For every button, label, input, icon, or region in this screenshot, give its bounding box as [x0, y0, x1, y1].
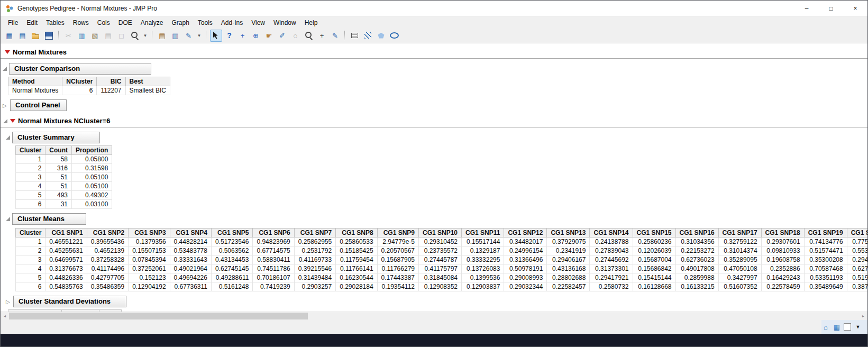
cell: 0.15687004 [633, 255, 675, 264]
cell: 1 [16, 155, 45, 164]
menu-item-doe[interactable]: DOE [114, 18, 136, 28]
cell: 0.29310452 [419, 238, 462, 246]
crosshair-tool-icon[interactable]: + [316, 30, 328, 42]
column-header: CG1 SNP4 [170, 229, 211, 238]
outline-title-normal-mixtures[interactable]: Normal Mixtures [13, 48, 67, 56]
scroll-left-button[interactable]: ◂ [1, 312, 9, 320]
menu-item-help[interactable]: Help [300, 18, 322, 28]
menu-item-view[interactable]: View [247, 18, 269, 28]
fit-statistics-table: -LogLikelihoodBICAICc16919.436112207.35. [8, 309, 122, 312]
column-header: CG1 SNP8 [336, 229, 377, 238]
menu-item-add-ins[interactable]: Add-Ins [217, 18, 247, 28]
cell: 0.32759122 [718, 238, 761, 246]
cell: 0.31439484 [294, 273, 335, 282]
cell: 0.12026039 [633, 246, 675, 255]
red-triangle-menu-icon[interactable] [5, 50, 10, 54]
disclosure-open-icon[interactable] [6, 217, 10, 221]
menu-item-window[interactable]: Window [269, 18, 300, 28]
scrollbar-thumb[interactable] [9, 313, 308, 319]
oval-tool-icon[interactable] [388, 30, 400, 42]
disclosure-closed-icon[interactable]: ▷ [6, 299, 11, 305]
lasso-tool-icon[interactable]: ◌ [289, 30, 301, 42]
journal-icon[interactable]: ▤ [156, 30, 168, 42]
menu-item-edit[interactable]: Edit [22, 18, 42, 28]
help-tool-icon[interactable]: ? [223, 30, 235, 42]
dropdown-arrow-icon[interactable]: ▼ [854, 323, 862, 331]
text-tool-icon[interactable] [349, 30, 361, 42]
disclosure-closed-icon[interactable]: ▷ [3, 103, 8, 108]
annotate-dropdown-arrow-icon[interactable]: ▾ [196, 30, 203, 42]
close-button[interactable]: × [843, 1, 867, 16]
lock-icon[interactable]: ◻ [115, 30, 127, 42]
column-header: CG1 SNP12 [504, 229, 547, 238]
paste-icon[interactable]: ▧ [89, 30, 101, 42]
column-header: Method [8, 77, 62, 86]
minimize-button[interactable]: – [794, 1, 819, 16]
scroll-to-top-icon[interactable]: ⌂ [821, 323, 830, 331]
disclosure-open-icon[interactable] [3, 67, 7, 71]
scrollbar-track[interactable] [9, 312, 859, 320]
save-icon[interactable] [43, 30, 55, 42]
cell: 0.22582457 [547, 282, 590, 291]
column-header: CG1 SNP2 [87, 229, 128, 238]
toolbar-separator [344, 31, 345, 40]
section-title-cluster-comparison[interactable]: Cluster Comparison [9, 63, 151, 75]
annotate-pencil-tool-icon[interactable]: ✎ [329, 30, 341, 42]
brush-tool-icon[interactable]: ✐ [276, 30, 288, 42]
outline-title-ncluster6[interactable]: Normal Mixtures NCluster=6 [18, 117, 110, 125]
menu-item-tools[interactable]: Tools [194, 18, 217, 28]
selection-tool-icon[interactable]: + [236, 30, 249, 42]
menu-item-cols[interactable]: Cols [93, 18, 114, 28]
polygon-tool-icon[interactable] [375, 30, 387, 42]
menu-item-rows[interactable]: Rows [69, 18, 93, 28]
disclosure-open-icon[interactable] [6, 135, 10, 140]
cell: 0.49302 [72, 191, 112, 200]
scroller-tool-icon[interactable]: ⊕ [250, 30, 262, 42]
menu-item-graph[interactable]: Graph [167, 18, 193, 28]
menu-item-analyze[interactable]: Analyze [136, 18, 168, 28]
new-journal-icon[interactable]: ▤ [16, 30, 29, 42]
menu-item-file[interactable]: File [4, 18, 22, 28]
open-icon[interactable] [30, 30, 42, 42]
annotate-dropdown-icon[interactable]: ✎ [182, 30, 195, 42]
disclosure-open-icon[interactable] [3, 119, 7, 123]
menu-item-tables[interactable]: Tables [42, 18, 69, 28]
section-title-cluster-standard-deviations[interactable]: Cluster Standard Deviations [13, 296, 126, 307]
line-tool-icon[interactable] [362, 30, 374, 42]
section-title-control-panel[interactable]: Control Panel [10, 99, 67, 111]
column-header: CG1 SNP20 [847, 229, 867, 238]
layout-icon[interactable]: ▥ [169, 30, 181, 42]
copy-icon[interactable]: ▥ [76, 30, 88, 42]
red-triangle-menu-icon[interactable] [10, 119, 15, 123]
magnifier-tool-icon[interactable] [303, 30, 315, 42]
maximize-button[interactable]: □ [819, 1, 843, 16]
cell: 0.67736311 [170, 282, 211, 291]
toolbar: ▦▤✂▥▧▤◻▾▤▥✎▾?+⊕☛✐◌+✎ [1, 28, 867, 43]
arrow-tool-icon[interactable] [210, 30, 222, 42]
cell: 4 [16, 182, 45, 191]
paste-special-icon[interactable]: ▤ [102, 30, 114, 42]
cut-icon[interactable]: ✂ [62, 30, 75, 42]
statusbar-controls: ⌂▦▼ [821, 320, 867, 334]
column-header: CG1 SNP7 [294, 229, 335, 238]
cell: 0.29307601 [761, 238, 804, 246]
window-box-icon[interactable] [844, 323, 851, 331]
cell: 0.22153272 [675, 246, 718, 255]
scroll-right-button[interactable]: ▸ [859, 312, 867, 320]
grid-view-icon[interactable]: ▦ [833, 323, 841, 331]
table-row: 20.452556310.46521390.155071530.53483778… [16, 246, 868, 255]
section-title-cluster-summary[interactable]: Cluster Summary [12, 132, 100, 143]
hand-tool-icon[interactable]: ☛ [263, 30, 275, 42]
cell: 0.1329187 [462, 246, 504, 255]
jmp-app-icon[interactable] [5, 4, 14, 13]
search-dropdown-icon[interactable]: ▾ [142, 30, 149, 42]
cell: 0.53483778 [170, 246, 211, 255]
column-header: CG1 SNP6 [253, 229, 294, 238]
new-data-table-icon[interactable]: ▦ [3, 30, 15, 42]
section-title-cluster-means[interactable]: Cluster Means [12, 213, 86, 225]
cell: 4 [16, 264, 45, 273]
search-icon[interactable] [129, 30, 141, 42]
horizontal-scrollbar[interactable]: ◂ ▸ [1, 312, 867, 320]
cell: 0.51723546 [211, 238, 252, 246]
cell: 0.42797705 [87, 273, 128, 282]
